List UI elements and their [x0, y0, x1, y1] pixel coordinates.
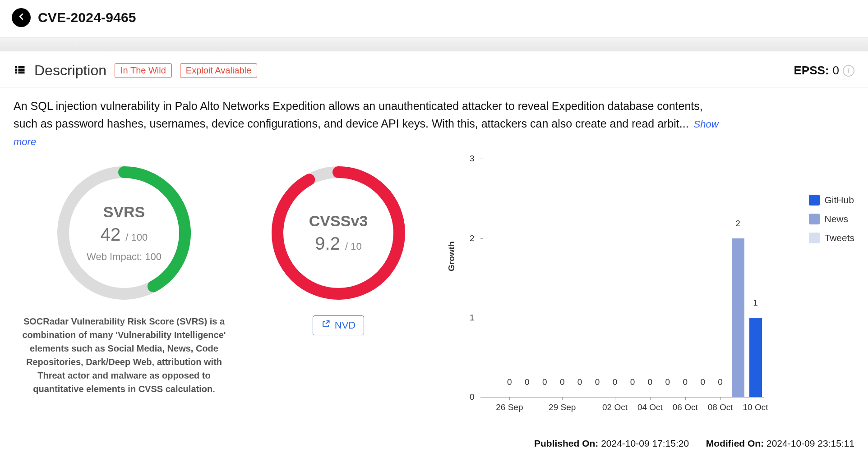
chart-x-tick: 10 Oct: [743, 402, 768, 412]
arrow-left-icon: [16, 12, 26, 23]
chart-bar-label: 0: [697, 377, 709, 387]
epss-score: EPSS: 0 i: [794, 64, 855, 78]
modified-label: Modified On:: [706, 438, 764, 448]
growth-chart: Growth 012326 Sep29 Sep02 Oct04 Oct06 Oc…: [447, 159, 854, 429]
description-body: An SQL injection vulnerability in Palo A…: [0, 87, 740, 154]
external-link-icon: [321, 320, 330, 331]
chart-bar-label: 1: [749, 298, 762, 308]
nvd-link-button[interactable]: NVD: [313, 315, 364, 335]
chart-bar-label: 0: [714, 377, 727, 387]
cvss-gauge-denom: / 10: [345, 241, 362, 252]
chart-y-axis-title: Growth: [447, 242, 457, 272]
page-header: CVE-2024-9465: [0, 0, 868, 37]
chart-x-tick: 26 Sep: [496, 402, 523, 412]
epss-label: EPSS:: [794, 64, 829, 78]
svrs-gauge-sub: Web Impact: 100: [87, 251, 162, 263]
cvss-gauge-name: CVSSv3: [309, 212, 368, 230]
description-text: An SQL injection vulnerability in Palo A…: [14, 100, 703, 130]
chart-bar: [732, 238, 744, 397]
chart-y-tick: 0: [470, 392, 475, 402]
badge-in-the-wild: In The Wild: [115, 63, 172, 78]
modified-value: 2024-10-09 23:15:11: [766, 438, 854, 448]
cve-id-title: CVE-2024-9465: [38, 10, 136, 25]
chart-x-tick: 06 Oct: [673, 402, 698, 412]
svrs-gauge-column: SVRS 42 / 100 Web Impact: 100 SOCRadar V…: [14, 159, 235, 449]
legend-item: News: [809, 214, 854, 224]
description-section-head: Description In The Wild Exploit Avaliabl…: [0, 51, 868, 87]
chart-bar-label: 0: [661, 377, 674, 387]
chart-x-tick: 04 Oct: [637, 402, 663, 412]
chart-y-tick: 3: [470, 154, 475, 164]
svrs-gauge-denom: / 100: [125, 232, 148, 243]
chart-bar-label: 0: [609, 377, 621, 387]
svrs-note: SOCRadar Vulnerability Risk Score (SVRS)…: [18, 315, 230, 396]
legend-swatch: [809, 214, 820, 224]
chart-x-tick: 02 Oct: [602, 402, 628, 412]
chart-x-tick: 08 Oct: [708, 402, 733, 412]
svrs-gauge: SVRS 42 / 100 Web Impact: 100: [54, 163, 194, 303]
legend-swatch: [809, 195, 820, 206]
legend-label: News: [824, 214, 848, 224]
legend-swatch: [809, 233, 820, 243]
metrics-row: SVRS 42 / 100 Web Impact: 100 SOCRadar V…: [0, 154, 868, 449]
list-icon: [14, 64, 26, 78]
chart-bar-label: 0: [556, 377, 568, 387]
published-label: Published On:: [534, 438, 598, 448]
chart-bar-label: 0: [521, 377, 533, 387]
svrs-gauge-name: SVRS: [103, 203, 145, 221]
chart-bar-label: 0: [538, 377, 551, 387]
badge-exploit-available: Exploit Avaliable: [180, 63, 257, 78]
legend-label: GitHub: [824, 195, 854, 206]
section-divider: [0, 37, 868, 51]
chart-bar-label: 2: [732, 219, 744, 228]
chart-y-tick: 1: [470, 313, 475, 323]
dates-line: Published On: 2024-10-09 17:15:20 Modifi…: [447, 429, 854, 449]
cvss-gauge: CVSSv3 9.2 / 10: [268, 163, 408, 303]
legend-label: Tweets: [824, 233, 854, 243]
chart-x-tick: 29 Sep: [549, 402, 576, 412]
chart-bar-label: 0: [626, 377, 639, 387]
chart-legend: GitHubNewsTweets: [809, 195, 854, 243]
growth-chart-column: Growth 012326 Sep29 Sep02 Oct04 Oct06 Oc…: [442, 159, 854, 449]
chart-bar: [749, 318, 762, 397]
cvss-gauge-column: CVSSv3 9.2 / 10 NVD: [244, 159, 433, 449]
chart-bar-label: 0: [573, 377, 586, 387]
legend-item: GitHub: [809, 195, 854, 206]
chart-bar-label: 0: [644, 377, 656, 387]
svrs-gauge-value: 42: [101, 224, 121, 244]
chart-bar-label: 0: [679, 377, 692, 387]
description-heading: Description: [34, 62, 106, 79]
cvss-gauge-value: 9.2: [315, 233, 340, 253]
nvd-link-label: NVD: [335, 320, 356, 331]
epss-value: 0: [833, 64, 839, 78]
info-icon[interactable]: i: [843, 65, 854, 77]
back-button[interactable]: [12, 8, 31, 27]
published-value: 2024-10-09 17:15:20: [601, 438, 689, 448]
chart-y-tick: 2: [470, 233, 475, 243]
legend-item: Tweets: [809, 233, 854, 243]
chart-bar-label: 0: [591, 377, 604, 387]
chart-bar-label: 0: [503, 377, 516, 387]
